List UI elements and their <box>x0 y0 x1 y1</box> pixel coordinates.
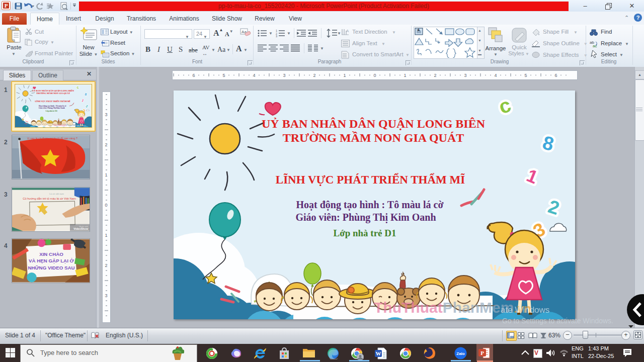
svg-text:6: 6 <box>554 73 557 78</box>
svg-text:1: 1 <box>105 172 107 177</box>
svg-text:0: 0 <box>373 73 376 78</box>
svg-text:3: 3 <box>283 73 285 78</box>
svg-text:P: P <box>480 350 484 356</box>
svg-text:4: 4 <box>494 73 497 78</box>
svg-text:NHỮNG VIDEO SAU: NHỮNG VIDEO SAU <box>28 265 74 270</box>
svg-text:2: 2 <box>105 142 107 147</box>
svg-text:Vì sao lá cờ được gọi là cờ đỏ: Vì sao lá cờ được gọi là cờ đỏ sao vàng … <box>27 137 77 140</box>
svg-text:3: 3 <box>276 35 277 37</box>
svg-text:W: W <box>376 350 381 356</box>
svg-text:2: 2 <box>313 73 315 78</box>
svg-text:A: A <box>346 29 349 33</box>
svg-text:3: 3 <box>105 112 107 117</box>
svg-text:Cô hướng dẫn trẻ tô màu lá cờ: Cô hướng dẫn trẻ tô màu lá cờ Việt Nam <box>23 197 76 200</box>
svg-text:3: 3 <box>105 293 107 298</box>
svg-text:VÀ HẸN GẶP LẠI Ở: VÀ HẸN GẶP LẠI Ở <box>29 258 74 263</box>
svg-text:5: 5 <box>524 73 527 78</box>
svg-text:Lá cờ việt nam: Lá cờ việt nam <box>49 193 64 195</box>
svg-text:5: 5 <box>222 73 225 78</box>
svg-text:0: 0 <box>105 203 107 208</box>
svg-text:A: A <box>418 28 420 32</box>
svg-text:3: 3 <box>464 73 466 78</box>
svg-text:2: 2 <box>434 73 436 78</box>
svg-text:P: P <box>5 3 8 9</box>
svg-text:XIN CHÀO: XIN CHÀO <box>39 251 63 257</box>
svg-text:6: 6 <box>192 73 195 78</box>
svg-text:1: 1 <box>343 73 346 78</box>
svg-text:Zalo: Zalo <box>456 351 465 356</box>
svg-text:VideoShow: VideoShow <box>73 227 89 230</box>
svg-text:4: 4 <box>253 73 255 78</box>
svg-text:2: 2 <box>105 263 107 268</box>
svg-text:1: 1 <box>105 233 107 238</box>
svg-text:1: 1 <box>404 73 406 78</box>
